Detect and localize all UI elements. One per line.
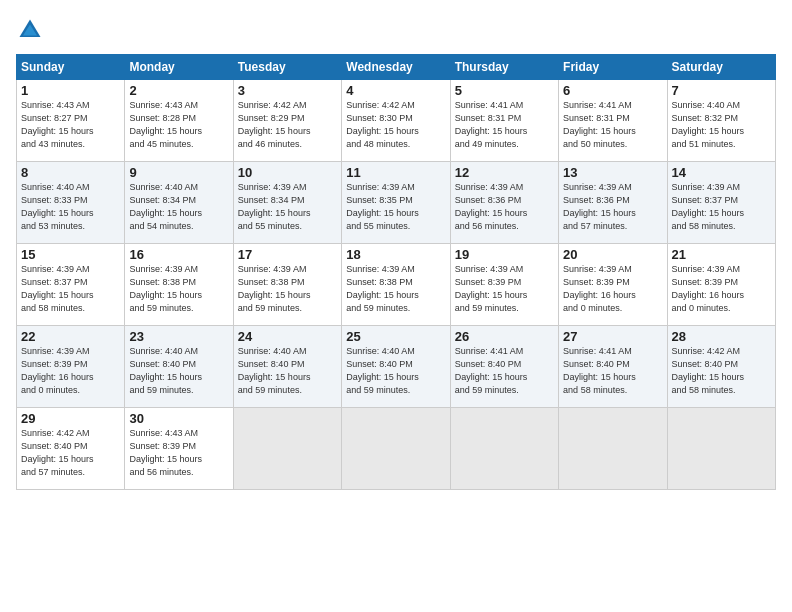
day-info: Sunrise: 4:41 AM Sunset: 8:31 PM Dayligh… [455, 99, 554, 151]
day-cell: 11Sunrise: 4:39 AM Sunset: 8:35 PM Dayli… [342, 162, 450, 244]
weekday-header-friday: Friday [559, 55, 667, 80]
day-number: 13 [563, 165, 662, 180]
day-cell: 9Sunrise: 4:40 AM Sunset: 8:34 PM Daylig… [125, 162, 233, 244]
weekday-header-tuesday: Tuesday [233, 55, 341, 80]
day-cell: 28Sunrise: 4:42 AM Sunset: 8:40 PM Dayli… [667, 326, 775, 408]
day-info: Sunrise: 4:43 AM Sunset: 8:39 PM Dayligh… [129, 427, 228, 479]
day-info: Sunrise: 4:40 AM Sunset: 8:34 PM Dayligh… [129, 181, 228, 233]
day-info: Sunrise: 4:40 AM Sunset: 8:40 PM Dayligh… [129, 345, 228, 397]
day-cell: 1Sunrise: 4:43 AM Sunset: 8:27 PM Daylig… [17, 80, 125, 162]
day-info: Sunrise: 4:42 AM Sunset: 8:30 PM Dayligh… [346, 99, 445, 151]
day-number: 24 [238, 329, 337, 344]
day-info: Sunrise: 4:39 AM Sunset: 8:39 PM Dayligh… [21, 345, 120, 397]
day-info: Sunrise: 4:39 AM Sunset: 8:39 PM Dayligh… [455, 263, 554, 315]
day-number: 8 [21, 165, 120, 180]
day-cell: 26Sunrise: 4:41 AM Sunset: 8:40 PM Dayli… [450, 326, 558, 408]
day-cell: 4Sunrise: 4:42 AM Sunset: 8:30 PM Daylig… [342, 80, 450, 162]
day-info: Sunrise: 4:39 AM Sunset: 8:37 PM Dayligh… [672, 181, 771, 233]
day-cell: 29Sunrise: 4:42 AM Sunset: 8:40 PM Dayli… [17, 408, 125, 490]
day-info: Sunrise: 4:41 AM Sunset: 8:40 PM Dayligh… [455, 345, 554, 397]
day-number: 22 [21, 329, 120, 344]
day-cell [450, 408, 558, 490]
logo [16, 16, 48, 44]
week-row-1: 1Sunrise: 4:43 AM Sunset: 8:27 PM Daylig… [17, 80, 776, 162]
day-cell: 24Sunrise: 4:40 AM Sunset: 8:40 PM Dayli… [233, 326, 341, 408]
day-number: 4 [346, 83, 445, 98]
day-cell: 25Sunrise: 4:40 AM Sunset: 8:40 PM Dayli… [342, 326, 450, 408]
day-number: 23 [129, 329, 228, 344]
week-row-5: 29Sunrise: 4:42 AM Sunset: 8:40 PM Dayli… [17, 408, 776, 490]
day-info: Sunrise: 4:42 AM Sunset: 8:40 PM Dayligh… [21, 427, 120, 479]
day-number: 3 [238, 83, 337, 98]
header [16, 16, 776, 44]
day-number: 17 [238, 247, 337, 262]
day-info: Sunrise: 4:39 AM Sunset: 8:38 PM Dayligh… [129, 263, 228, 315]
day-info: Sunrise: 4:39 AM Sunset: 8:37 PM Dayligh… [21, 263, 120, 315]
weekday-header-monday: Monday [125, 55, 233, 80]
day-number: 21 [672, 247, 771, 262]
day-number: 5 [455, 83, 554, 98]
day-number: 30 [129, 411, 228, 426]
day-number: 10 [238, 165, 337, 180]
day-cell: 8Sunrise: 4:40 AM Sunset: 8:33 PM Daylig… [17, 162, 125, 244]
day-number: 19 [455, 247, 554, 262]
weekday-header-row: SundayMondayTuesdayWednesdayThursdayFrid… [17, 55, 776, 80]
day-cell: 15Sunrise: 4:39 AM Sunset: 8:37 PM Dayli… [17, 244, 125, 326]
day-info: Sunrise: 4:40 AM Sunset: 8:33 PM Dayligh… [21, 181, 120, 233]
day-cell: 30Sunrise: 4:43 AM Sunset: 8:39 PM Dayli… [125, 408, 233, 490]
day-info: Sunrise: 4:41 AM Sunset: 8:40 PM Dayligh… [563, 345, 662, 397]
day-number: 29 [21, 411, 120, 426]
day-cell [667, 408, 775, 490]
day-cell: 14Sunrise: 4:39 AM Sunset: 8:37 PM Dayli… [667, 162, 775, 244]
day-number: 7 [672, 83, 771, 98]
week-row-4: 22Sunrise: 4:39 AM Sunset: 8:39 PM Dayli… [17, 326, 776, 408]
day-number: 14 [672, 165, 771, 180]
day-cell: 6Sunrise: 4:41 AM Sunset: 8:31 PM Daylig… [559, 80, 667, 162]
day-info: Sunrise: 4:39 AM Sunset: 8:39 PM Dayligh… [563, 263, 662, 315]
weekday-header-wednesday: Wednesday [342, 55, 450, 80]
day-number: 27 [563, 329, 662, 344]
day-number: 11 [346, 165, 445, 180]
day-cell [342, 408, 450, 490]
day-cell: 23Sunrise: 4:40 AM Sunset: 8:40 PM Dayli… [125, 326, 233, 408]
day-cell: 18Sunrise: 4:39 AM Sunset: 8:38 PM Dayli… [342, 244, 450, 326]
day-cell: 12Sunrise: 4:39 AM Sunset: 8:36 PM Dayli… [450, 162, 558, 244]
day-cell: 16Sunrise: 4:39 AM Sunset: 8:38 PM Dayli… [125, 244, 233, 326]
day-info: Sunrise: 4:39 AM Sunset: 8:35 PM Dayligh… [346, 181, 445, 233]
day-info: Sunrise: 4:39 AM Sunset: 8:38 PM Dayligh… [238, 263, 337, 315]
day-info: Sunrise: 4:39 AM Sunset: 8:39 PM Dayligh… [672, 263, 771, 315]
day-number: 2 [129, 83, 228, 98]
day-cell [233, 408, 341, 490]
day-info: Sunrise: 4:39 AM Sunset: 8:36 PM Dayligh… [563, 181, 662, 233]
day-info: Sunrise: 4:40 AM Sunset: 8:40 PM Dayligh… [238, 345, 337, 397]
day-number: 12 [455, 165, 554, 180]
day-number: 20 [563, 247, 662, 262]
day-number: 6 [563, 83, 662, 98]
day-cell: 22Sunrise: 4:39 AM Sunset: 8:39 PM Dayli… [17, 326, 125, 408]
weekday-header-saturday: Saturday [667, 55, 775, 80]
day-number: 15 [21, 247, 120, 262]
weekday-header-thursday: Thursday [450, 55, 558, 80]
day-info: Sunrise: 4:43 AM Sunset: 8:27 PM Dayligh… [21, 99, 120, 151]
calendar-table: SundayMondayTuesdayWednesdayThursdayFrid… [16, 54, 776, 490]
day-cell [559, 408, 667, 490]
day-cell: 17Sunrise: 4:39 AM Sunset: 8:38 PM Dayli… [233, 244, 341, 326]
day-cell: 20Sunrise: 4:39 AM Sunset: 8:39 PM Dayli… [559, 244, 667, 326]
day-cell: 27Sunrise: 4:41 AM Sunset: 8:40 PM Dayli… [559, 326, 667, 408]
day-number: 1 [21, 83, 120, 98]
day-info: Sunrise: 4:40 AM Sunset: 8:32 PM Dayligh… [672, 99, 771, 151]
day-info: Sunrise: 4:39 AM Sunset: 8:36 PM Dayligh… [455, 181, 554, 233]
weekday-header-sunday: Sunday [17, 55, 125, 80]
day-cell: 7Sunrise: 4:40 AM Sunset: 8:32 PM Daylig… [667, 80, 775, 162]
day-info: Sunrise: 4:39 AM Sunset: 8:34 PM Dayligh… [238, 181, 337, 233]
day-info: Sunrise: 4:42 AM Sunset: 8:29 PM Dayligh… [238, 99, 337, 151]
day-info: Sunrise: 4:40 AM Sunset: 8:40 PM Dayligh… [346, 345, 445, 397]
day-cell: 3Sunrise: 4:42 AM Sunset: 8:29 PM Daylig… [233, 80, 341, 162]
day-cell: 5Sunrise: 4:41 AM Sunset: 8:31 PM Daylig… [450, 80, 558, 162]
day-info: Sunrise: 4:43 AM Sunset: 8:28 PM Dayligh… [129, 99, 228, 151]
day-cell: 13Sunrise: 4:39 AM Sunset: 8:36 PM Dayli… [559, 162, 667, 244]
day-number: 18 [346, 247, 445, 262]
day-number: 26 [455, 329, 554, 344]
day-cell: 21Sunrise: 4:39 AM Sunset: 8:39 PM Dayli… [667, 244, 775, 326]
day-number: 25 [346, 329, 445, 344]
